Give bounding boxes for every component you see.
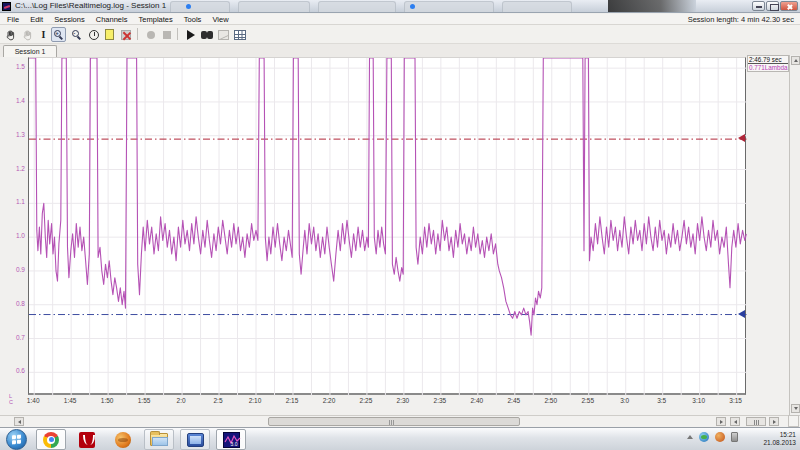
y-tick-label: 1.5 (1, 63, 25, 70)
axis-corner-label-bottom: C (9, 399, 13, 405)
x-tick-label: 1:55 (132, 397, 156, 404)
menu-view[interactable]: View (212, 15, 228, 24)
window-title: C:\...\Log Files\Realtimelog.log - Sessi… (15, 1, 166, 10)
menu-channels[interactable]: Channels (96, 15, 128, 24)
x-tick-label: 2:50 (539, 397, 563, 404)
tab-row: Session 1 (0, 44, 800, 57)
clock-date: 21.08.2013 (763, 439, 796, 447)
tray-device-icon[interactable] (731, 432, 738, 442)
taskbar-chrome-button[interactable] (36, 429, 66, 450)
maximize-button[interactable] (766, 1, 779, 11)
background-window-tab (502, 1, 572, 12)
scroll-up-button[interactable] (791, 56, 800, 65)
scroll-right-button[interactable] (716, 417, 726, 426)
logworks-icon: 3.0 (223, 432, 240, 448)
tray-network-icon[interactable] (699, 432, 709, 442)
find-binoculars-icon[interactable] (199, 27, 214, 42)
table-view-icon[interactable] (232, 27, 247, 42)
adobe-reader-icon (79, 432, 95, 448)
tray-update-icon[interactable] (715, 432, 725, 442)
taskbar-display-button[interactable] (180, 429, 210, 450)
x-tick-label: 2:40 (465, 397, 489, 404)
background-window-tab (404, 1, 494, 12)
pan-hand-icon[interactable] (3, 27, 18, 42)
x-tick-label: 1:45 (58, 397, 82, 404)
background-window-tab (318, 1, 396, 12)
taskbar-webapp-button[interactable] (108, 429, 138, 450)
pane-right-button[interactable] (769, 417, 779, 426)
x-tick-label: 2:5 (206, 397, 230, 404)
x-tick-label: 1:50 (95, 397, 119, 404)
horizontal-scrollbar[interactable] (0, 415, 800, 427)
x-tick-label: 2:20 (317, 397, 341, 404)
folder-icon (150, 433, 168, 446)
vertical-scrollbar[interactable] (789, 55, 800, 415)
toolbar: I + - (0, 25, 800, 44)
text-cursor-icon[interactable]: I (36, 27, 51, 42)
scroll-left-button[interactable] (14, 417, 24, 426)
splitter-grip[interactable] (746, 417, 766, 426)
stop-icon (159, 27, 174, 42)
start-button[interactable] (6, 429, 27, 450)
x-tick-label: 3:10 (687, 397, 711, 404)
clock-time: 15:21 (763, 431, 796, 439)
close-button[interactable] (780, 1, 798, 11)
menu-edit[interactable]: Edit (30, 15, 43, 24)
toolbar-separator (137, 28, 138, 40)
pan-hand-disabled-icon (20, 27, 35, 42)
x-tick-label: 2:15 (280, 397, 304, 404)
cursor-marker-arrow[interactable] (738, 310, 745, 318)
delete-marker-icon[interactable] (118, 27, 133, 42)
tab-session-1[interactable]: Session 1 (3, 45, 57, 57)
favicon-dot (186, 4, 191, 9)
play-icon[interactable] (183, 27, 198, 42)
x-tick-label: 2:30 (391, 397, 415, 404)
app-icon (2, 2, 11, 11)
zoom-out-icon[interactable]: - (69, 27, 84, 42)
x-tick-label: 1:40 (21, 397, 45, 404)
history-clock-icon[interactable] (86, 27, 101, 42)
chart-view-icon (216, 27, 231, 42)
horizontal-scroll-thumb[interactable] (268, 417, 520, 426)
zoom-in-icon[interactable]: + (51, 27, 66, 42)
x-tick-label: 2:45 (502, 397, 526, 404)
menu-file[interactable]: File (7, 15, 19, 24)
y-tick-label: 1.0 (1, 232, 25, 239)
session-length-label: Session length: 4 min 42.30 sec (688, 15, 794, 24)
lambda-plot[interactable] (28, 57, 746, 395)
desktop-screen: C:\...\Log Files\Realtimelog.log - Sessi… (0, 0, 800, 450)
windows-flag-icon (12, 435, 21, 445)
upper-marker-arrow[interactable] (738, 134, 745, 142)
taskbar-clock[interactable]: 15:21 21.08.2013 (763, 431, 796, 447)
y-tick-label: 1.3 (1, 131, 25, 138)
taskbar: 3.0 15:21 21.08.2013 (0, 427, 800, 450)
background-window-tab (238, 1, 310, 12)
x-tick-label: 2:10 (243, 397, 267, 404)
pane-left-button[interactable] (730, 417, 740, 426)
record-icon (143, 27, 158, 42)
x-tick-label: 2:35 (428, 397, 452, 404)
taskbar-logworks-button[interactable]: 3.0 (216, 429, 246, 450)
notes-icon[interactable] (102, 27, 117, 42)
y-tick-label: 0.7 (1, 334, 25, 341)
menu-tools[interactable]: Tools (184, 15, 202, 24)
x-tick-label: 3:0 (613, 397, 637, 404)
background-window-tab (170, 1, 230, 12)
taskbar-explorer-button[interactable] (144, 429, 174, 450)
scroll-down-button[interactable] (791, 404, 800, 413)
scrollbar-corner (788, 415, 799, 427)
y-tick-label: 1.4 (1, 97, 25, 104)
menu-bar: File Edit Sessions Channels Templates To… (0, 14, 800, 25)
logworks-version-label: 3.0 (231, 441, 238, 447)
x-tick-label: 2:25 (354, 397, 378, 404)
background-window-edge (608, 0, 696, 13)
tray-chevron-icon[interactable] (687, 435, 693, 439)
y-tick-label: 0.9 (1, 266, 25, 273)
menu-templates[interactable]: Templates (139, 15, 173, 24)
menu-sessions[interactable]: Sessions (54, 15, 84, 24)
web-app-icon (115, 432, 131, 448)
minimize-button[interactable] (752, 1, 765, 11)
x-tick-label: 3:5 (650, 397, 674, 404)
window-titlebar: C:\...\Log Files\Realtimelog.log - Sessi… (0, 0, 800, 13)
taskbar-adobe-button[interactable] (72, 429, 102, 450)
